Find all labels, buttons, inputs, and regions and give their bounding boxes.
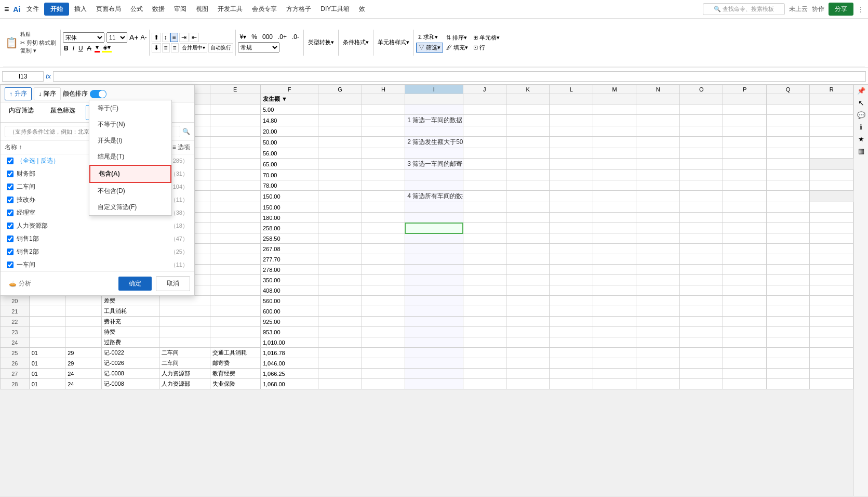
cell[interactable] [679,104,723,115]
search-icon[interactable]: 🔍 [182,128,190,135]
cell[interactable] [318,327,362,337]
sidebar-comment-icon[interactable]: 💬 [857,111,865,119]
cell[interactable] [550,275,593,285]
cell[interactable] [723,358,766,369]
cell[interactable] [636,306,679,317]
cell[interactable] [210,115,260,126]
filter-item-checkbox[interactable] [7,184,14,190]
cell[interactable] [318,180,362,191]
cell[interactable] [550,265,593,275]
cell[interactable] [210,327,260,337]
cell[interactable] [506,317,549,327]
cell[interactable] [593,348,636,358]
cell[interactable] [506,180,549,191]
col-header-i[interactable]: I [405,85,463,94]
fill-btn[interactable]: 🖊 填充▾ [444,43,470,52]
cell[interactable]: 1,046.00 [260,358,318,369]
cell[interactable] [405,358,463,369]
cell[interactable] [636,254,679,265]
cell[interactable] [636,126,679,137]
cell[interactable] [405,104,463,115]
cell[interactable] [766,275,809,285]
cell[interactable] [362,202,405,213]
cell[interactable] [506,223,549,233]
cell[interactable]: 408.00 [260,285,318,296]
cell[interactable] [636,348,679,358]
cell[interactable] [405,275,463,285]
cell[interactable] [679,275,723,285]
cell[interactable] [723,115,766,126]
cell[interactable]: 258.50 [260,233,318,244]
cell[interactable] [810,244,853,254]
cell[interactable] [65,306,102,317]
cell[interactable]: 277.70 [260,254,318,265]
filter-item-checkbox[interactable] [7,261,14,268]
cell[interactable] [810,180,853,191]
cell[interactable]: 24 [65,369,102,379]
cell[interactable] [766,148,809,159]
row-number[interactable]: 28 [1,379,30,389]
cell[interactable]: 费补充 [101,317,159,327]
cell[interactable] [362,159,405,170]
cell[interactable] [506,233,549,244]
cell[interactable] [318,94,362,104]
cell[interactable] [679,115,723,126]
cell[interactable] [463,317,506,327]
cell[interactable] [463,115,506,126]
number-format-select[interactable]: 常规 [238,42,279,53]
cell[interactable] [723,159,766,170]
cell[interactable] [506,337,549,348]
menu-view[interactable]: 视图 [192,3,212,16]
cell[interactable]: 278.00 [260,265,318,275]
cell[interactable] [810,285,853,296]
cell[interactable] [362,327,405,337]
cell[interactable] [65,337,102,348]
cell[interactable] [636,159,679,170]
cell[interactable] [550,137,593,148]
menu-diy[interactable]: DIY工具箱 [316,3,354,16]
cell[interactable] [362,296,405,306]
cell[interactable] [318,191,362,202]
cell[interactable] [463,191,506,202]
cell[interactable]: 150.00 [260,202,318,213]
cell[interactable] [210,126,260,137]
cell[interactable] [405,306,463,317]
cell[interactable] [766,254,809,265]
cell[interactable] [506,296,549,306]
cell[interactable] [550,233,593,244]
cell[interactable]: 267.08 [260,244,318,254]
collab-btn[interactable]: 协作 [812,5,824,14]
cell[interactable] [506,213,549,223]
cell[interactable] [29,296,65,306]
cell[interactable] [463,223,506,233]
cell[interactable] [362,180,405,191]
filter-list-item[interactable]: 销售1部（47） [1,232,194,245]
cell[interactable] [810,358,853,369]
cell[interactable] [679,213,723,223]
cell[interactable]: 2 筛选发生额大于500的数据 [405,137,463,148]
cell[interactable] [210,94,260,104]
cell[interactable] [318,223,362,233]
cell[interactable] [318,369,362,379]
cell[interactable] [636,337,679,348]
cell[interactable] [636,296,679,306]
cell[interactable] [210,180,260,191]
cell[interactable] [766,137,809,148]
cell[interactable] [723,213,766,223]
cell[interactable]: 3 筛选一车间的邮寄费 [405,159,463,170]
cell[interactable] [362,104,405,115]
cell[interactable] [210,233,260,244]
cell[interactable] [766,115,809,126]
cell[interactable] [210,254,260,265]
cell[interactable] [593,369,636,379]
cell[interactable] [318,126,362,137]
cell[interactable] [766,180,809,191]
align-indent-btn[interactable]: ⇥ [179,33,189,42]
cell[interactable] [679,126,723,137]
cell[interactable] [506,148,549,159]
cell[interactable] [810,379,853,389]
cell[interactable] [463,170,506,180]
cell[interactable]: 953.00 [260,327,318,337]
paste-btn[interactable]: 📋 粘贴 ✂ 剪切 格式刷 复制 ▾ [3,30,58,56]
cell[interactable] [463,275,506,285]
